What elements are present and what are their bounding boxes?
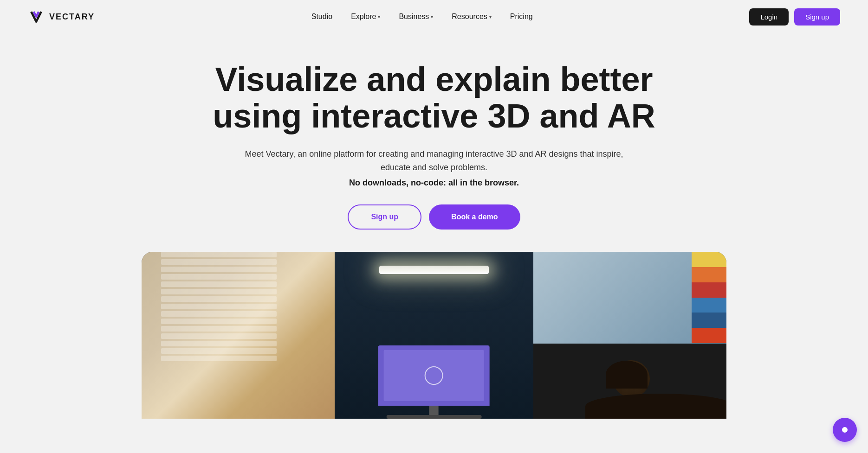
hero-subtitle-bold: No downloads, no-code: all in the browse…: [349, 178, 519, 188]
nav-item-resources[interactable]: Resources ▾: [452, 13, 491, 21]
hero-subtitle: Meet Vectary, an online platform for cre…: [244, 147, 624, 174]
chat-icon: [842, 427, 848, 433]
site-header: VECTARY Studio Explore ▾ Business ▾ Reso…: [0, 0, 868, 33]
monitor-desk: [355, 345, 514, 419]
chat-widget[interactable]: [833, 418, 857, 442]
main-nav: Studio Explore ▾ Business ▾ Resources ▾ …: [311, 13, 533, 21]
scene-right-panel: [533, 252, 726, 419]
chevron-down-icon: ▾: [431, 14, 433, 19]
scene-right-top: [533, 252, 726, 344]
monitor-screen: [378, 345, 490, 406]
header-actions: Login Sign up: [749, 8, 840, 26]
nav-item-business[interactable]: Business ▾: [399, 13, 433, 21]
chevron-down-icon: ▾: [378, 14, 380, 19]
monitor-base: [386, 415, 482, 419]
book-demo-button[interactable]: Book a demo: [429, 204, 520, 230]
hero-buttons: Sign up Book a demo: [348, 204, 520, 230]
3d-object-preview: [425, 366, 443, 385]
login-button[interactable]: Login: [749, 8, 789, 26]
scene-right-bottom: [533, 344, 726, 419]
chevron-down-icon: ▾: [489, 14, 492, 19]
nav-item-pricing[interactable]: Pricing: [510, 13, 533, 21]
monitor-screen-inner: [384, 350, 484, 402]
hero-section: Visualize and explain better using inter…: [0, 33, 868, 437]
signup-nav-button[interactable]: Sign up: [794, 8, 840, 26]
scene-center-panel: [335, 252, 533, 419]
scene-left-panel: [142, 252, 335, 419]
ceiling-light: [379, 266, 489, 274]
color-panels: [692, 252, 726, 344]
monitor-stand: [429, 406, 439, 415]
person-silhouette: [572, 347, 707, 419]
logo-text: VECTARY: [49, 12, 95, 22]
nav-item-explore[interactable]: Explore ▾: [351, 13, 380, 21]
hero-title: Visualize and explain better using inter…: [179, 61, 689, 134]
demo-scene: [142, 252, 726, 419]
nav-item-studio[interactable]: Studio: [311, 13, 332, 21]
signup-hero-button[interactable]: Sign up: [348, 204, 421, 230]
logo[interactable]: VECTARY: [28, 8, 95, 25]
window-blinds: [161, 252, 277, 419]
demo-image: [142, 252, 726, 419]
vectary-logo-icon: [28, 8, 45, 25]
